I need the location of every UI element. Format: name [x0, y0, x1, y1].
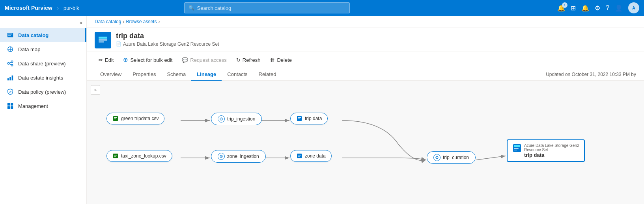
topbar: Microsoft Purview › pur-blk 🔍 🔔 1 ⊞ 🔔 ⚙ …	[0, 0, 644, 16]
lineage-canvas: green tripdata csv ⚙ trip_ingestion trip…	[87, 81, 644, 184]
user-icon[interactable]: 👤	[615, 4, 623, 12]
lineage-node-trip-data-final[interactable]: Azure Data Lake Storage Gen2Resource Set…	[507, 139, 585, 162]
breadcrumb-sep-2: ›	[158, 19, 160, 24]
lineage-area: »	[87, 81, 644, 204]
lineage-arrows	[87, 81, 644, 184]
trip-curation-label: trip_curation	[443, 155, 469, 160]
final-node-title: trip data	[524, 152, 579, 158]
delete-button[interactable]: 🗑 Delete	[266, 55, 296, 65]
lineage-node-zone-data[interactable]: zone data	[290, 150, 332, 162]
data-share-icon	[6, 59, 14, 67]
svg-point-5	[11, 61, 13, 63]
help-icon[interactable]: ?	[606, 4, 609, 11]
svg-rect-9	[12, 76, 13, 81]
svg-rect-31	[114, 155, 117, 156]
lineage-node-zone-ingestion[interactable]: ⚙ zone_ingestion	[211, 150, 266, 163]
edit-label: Edit	[105, 57, 114, 63]
breadcrumb-data-catalog[interactable]: Data catalog	[95, 19, 121, 24]
svg-rect-15	[99, 37, 107, 39]
svg-rect-35	[298, 156, 300, 157]
asset-icon	[95, 32, 111, 48]
tab-related[interactable]: Related	[253, 68, 282, 81]
delete-label: Delete	[277, 57, 292, 63]
asset-subtitle-text: Azure Data Lake Storage Gen2 Resource Se…	[123, 41, 219, 47]
svg-point-6	[11, 64, 13, 66]
edit-button[interactable]: ✏ Edit	[95, 55, 118, 65]
avatar[interactable]: A	[628, 2, 639, 13]
brand-name: Microsoft Purview	[5, 5, 52, 11]
tab-overview[interactable]: Overview	[95, 68, 127, 81]
tab-lineage[interactable]: Lineage	[191, 68, 222, 81]
asset-title: trip data	[116, 32, 219, 41]
lineage-node-taxi-zone-lookup[interactable]: taxi_zone_lookup.csv	[106, 150, 172, 162]
taxi-zone-label: taxi_zone_lookup.csv	[121, 153, 166, 159]
lineage-node-trip-data-mid[interactable]: trip data	[290, 113, 328, 124]
svg-rect-10	[7, 103, 10, 106]
tabs-list: Overview Properties Schema Lineage Conta…	[95, 68, 282, 80]
request-access-icon: 💬	[182, 57, 188, 63]
data-estate-icon	[6, 74, 14, 82]
sidebar-label-data-policy: Data policy (preview)	[18, 89, 66, 95]
refresh-button[interactable]: ↻ Refresh	[232, 55, 265, 65]
delete-icon: 🗑	[270, 57, 275, 63]
svg-rect-34	[298, 155, 301, 156]
notification-icon[interactable]: 🔔 1	[557, 4, 565, 12]
trip-data-mid-label: trip data	[305, 116, 322, 121]
toolbar: ✏ Edit ⊕ Select for bulk edit 💬 Request …	[87, 52, 644, 68]
svg-rect-11	[11, 103, 13, 106]
lineage-node-trip-ingestion[interactable]: ⚙ trip_ingestion	[211, 113, 262, 125]
svg-rect-28	[298, 117, 301, 118]
search-bar[interactable]: 🔍	[184, 2, 350, 13]
svg-rect-2	[8, 35, 11, 35]
main-layout: « Data catalog Data map	[0, 16, 644, 204]
asset-subtitle: 📄 Azure Data Lake Storage Gen2 Resource …	[116, 41, 219, 47]
settings-icon[interactable]: ⚙	[595, 4, 600, 12]
refresh-label: Refresh	[243, 57, 261, 63]
final-node-text: Azure Data Lake Storage Gen2Resource Set…	[524, 143, 579, 158]
lineage-node-green-tripdata[interactable]: green tripdata csv	[106, 113, 164, 124]
layout-icon[interactable]: ⊞	[571, 4, 576, 12]
trip-ingestion-gear-icon: ⚙	[218, 115, 225, 122]
bell-icon[interactable]: 🔔	[581, 4, 589, 12]
topbar-icons: 🔔 1 ⊞ 🔔 ⚙ ? 👤 A	[557, 2, 639, 13]
content-area: Data catalog › Browse assets › trip data…	[87, 16, 644, 204]
data-map-icon	[6, 45, 14, 53]
svg-rect-38	[514, 148, 519, 149]
tab-schema[interactable]: Schema	[161, 68, 191, 81]
svg-rect-39	[514, 150, 517, 150]
breadcrumb: Data catalog › Browse assets ›	[87, 16, 644, 28]
sidebar-item-data-map[interactable]: Data map	[0, 42, 86, 56]
bulk-edit-icon: ⊕	[123, 56, 128, 63]
final-node-subtitle: Azure Data Lake Storage Gen2Resource Set	[524, 143, 579, 152]
sidebar-label-data-estate: Data estate insights	[18, 75, 63, 81]
data-policy-icon	[6, 88, 14, 96]
sidebar-item-data-estate[interactable]: Data estate insights	[0, 70, 86, 85]
bulk-edit-button[interactable]: ⊕ Select for bulk edit	[119, 54, 176, 65]
breadcrumb-browse-assets[interactable]: Browse assets	[126, 19, 157, 24]
lineage-expand-button[interactable]: »	[91, 85, 100, 95]
sidebar-item-data-catalog[interactable]: Data catalog	[0, 28, 86, 42]
zone-ingestion-label: zone_ingestion	[227, 154, 259, 159]
search-input[interactable]	[197, 5, 345, 11]
brand-instance: pur-blk	[63, 5, 79, 11]
tab-properties[interactable]: Properties	[127, 68, 161, 81]
sidebar-label-data-share: Data share (preview)	[18, 61, 66, 67]
collapse-icon[interactable]: «	[80, 20, 82, 26]
trip-data-mid-icon	[296, 115, 302, 122]
svg-rect-8	[9, 77, 11, 80]
notification-badge: 1	[562, 2, 567, 8]
request-access-label: Request access	[190, 57, 227, 63]
tab-contacts[interactable]: Contacts	[222, 68, 253, 81]
request-access-button[interactable]: 💬 Request access	[178, 55, 231, 65]
sidebar-item-management[interactable]: Management	[0, 99, 86, 113]
zone-data-label: zone data	[305, 153, 326, 159]
search-icon: 🔍	[189, 5, 194, 11]
zone-ingestion-gear-icon: ⚙	[218, 153, 225, 160]
management-icon	[6, 102, 14, 110]
svg-rect-32	[114, 156, 116, 157]
svg-rect-26	[114, 119, 116, 119]
sidebar-item-data-share[interactable]: Data share (preview)	[0, 56, 86, 70]
lineage-node-trip-curation[interactable]: ⚙ trip_curation	[427, 151, 476, 164]
sidebar-label-management: Management	[18, 103, 48, 109]
sidebar-item-data-policy[interactable]: Data policy (preview)	[0, 85, 86, 99]
